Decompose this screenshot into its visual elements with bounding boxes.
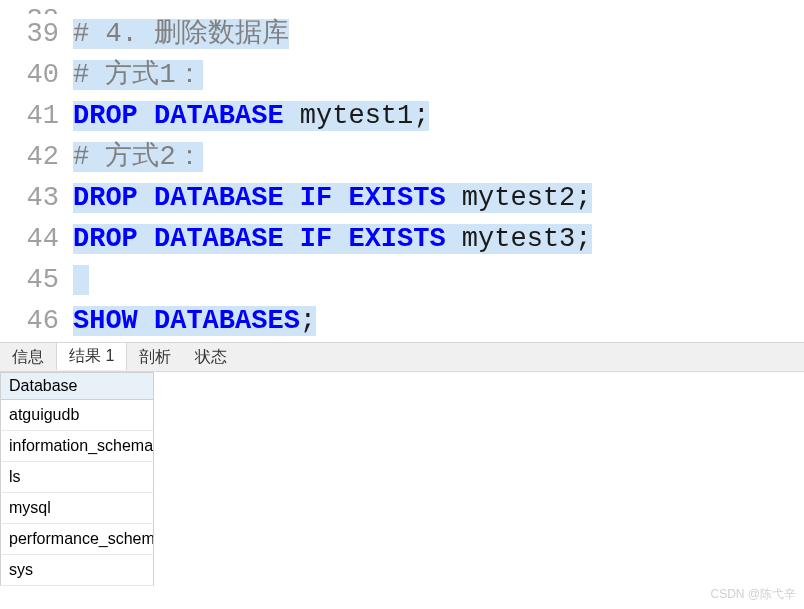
code-content[interactable]: DROP DATABASE IF EXISTS mytest2; bbox=[73, 178, 592, 219]
code-content[interactable]: DROP DATABASE mytest1; bbox=[73, 96, 429, 137]
code-content[interactable]: # 方式2： bbox=[73, 137, 203, 178]
code-line[interactable]: 44DROP DATABASE IF EXISTS mytest3; bbox=[0, 219, 804, 260]
result-table[interactable]: Database atguigudbinformation_schemalsmy… bbox=[0, 372, 804, 586]
code-content[interactable] bbox=[73, 260, 89, 301]
watermark: CSDN @陈弋辛 bbox=[710, 586, 796, 603]
code-content[interactable]: # 方式1： bbox=[73, 55, 203, 96]
code-line[interactable]: 43DROP DATABASE IF EXISTS mytest2; bbox=[0, 178, 804, 219]
code-line[interactable]: 40# 方式1： bbox=[0, 55, 804, 96]
tab-3[interactable]: 状态 bbox=[183, 343, 239, 371]
column-header[interactable]: Database bbox=[0, 372, 154, 400]
code-content[interactable]: # 4. 删除数据库 bbox=[73, 14, 289, 55]
code-line[interactable]: 42# 方式2： bbox=[0, 137, 804, 178]
table-row[interactable]: ls bbox=[0, 462, 154, 493]
code-content[interactable]: DROP DATABASE IF EXISTS mytest3; bbox=[73, 219, 592, 260]
code-line[interactable]: 38 bbox=[0, 0, 804, 14]
tab-0[interactable]: 信息 bbox=[0, 343, 56, 371]
code-editor[interactable]: 38 39# 4. 删除数据库40# 方式1：41DROP DATABASE m… bbox=[0, 0, 804, 342]
code-line[interactable]: 45 bbox=[0, 260, 804, 301]
line-number: 42 bbox=[0, 137, 73, 178]
code-line[interactable]: 46SHOW DATABASES; bbox=[0, 301, 804, 342]
line-number: 41 bbox=[0, 96, 73, 137]
line-number: 44 bbox=[0, 219, 73, 260]
table-row[interactable]: mysql bbox=[0, 493, 154, 524]
tab-1[interactable]: 结果 1 bbox=[56, 342, 127, 370]
code-line[interactable]: 41DROP DATABASE mytest1; bbox=[0, 96, 804, 137]
result-tabs-bar: 信息结果 1剖析状态 bbox=[0, 342, 804, 372]
table-row[interactable]: information_schema bbox=[0, 431, 154, 462]
table-row[interactable]: performance_schema bbox=[0, 524, 154, 555]
line-number: 46 bbox=[0, 301, 73, 342]
table-row[interactable]: atguigudb bbox=[0, 400, 154, 431]
code-line[interactable]: 39# 4. 删除数据库 bbox=[0, 14, 804, 55]
table-row[interactable]: sys bbox=[0, 555, 154, 586]
tab-2[interactable]: 剖析 bbox=[127, 343, 183, 371]
code-content[interactable]: SHOW DATABASES; bbox=[73, 301, 316, 342]
line-number: 45 bbox=[0, 260, 73, 301]
line-number: 39 bbox=[0, 14, 73, 55]
line-number: 38 bbox=[0, 0, 73, 14]
line-number: 43 bbox=[0, 178, 73, 219]
line-number: 40 bbox=[0, 55, 73, 96]
